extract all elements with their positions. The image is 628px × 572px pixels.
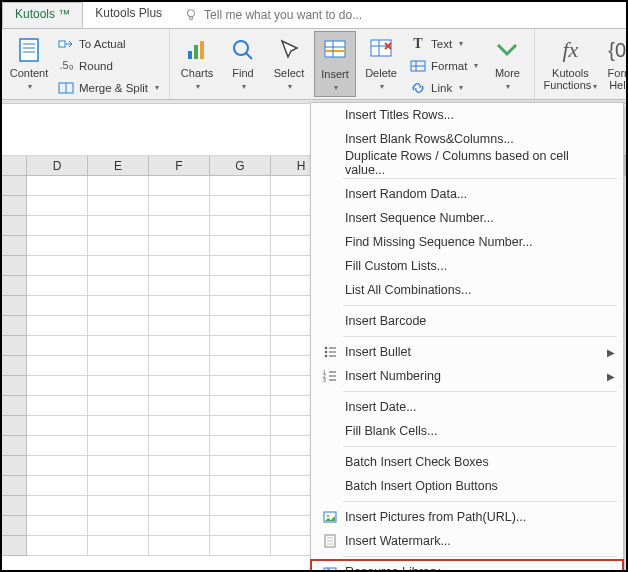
svg-line-13: [246, 53, 252, 59]
tab-bar: Kutools ™ Kutools Plus Tell me what you …: [2, 2, 626, 28]
select-icon: [276, 37, 302, 63]
menu-insert-watermark[interactable]: Insert Watermark...: [311, 529, 623, 553]
format-icon: [410, 58, 426, 74]
menu-separator: [343, 556, 617, 557]
to-actual-icon: [58, 36, 74, 52]
merge-icon: [58, 80, 74, 96]
svg-rect-10: [194, 45, 198, 59]
merge-split-button[interactable]: Merge & Split▾: [54, 77, 163, 98]
find-icon: [230, 37, 256, 63]
more-button[interactable]: More▾: [486, 31, 528, 97]
svg-rect-14: [325, 41, 345, 57]
content-button[interactable]: Content▾: [8, 31, 50, 97]
charts-icon: [184, 37, 210, 63]
menu-batch-insert-option-buttons[interactable]: Batch Insert Option Buttons: [311, 474, 623, 498]
menu-list-all-combinations[interactable]: List All Combinations...: [311, 278, 623, 302]
tell-me-text: Tell me what you want to do...: [204, 8, 362, 22]
svg-rect-18: [371, 40, 391, 56]
svg-rect-2: [20, 39, 38, 61]
col-F[interactable]: F: [149, 156, 210, 176]
content-icon: [18, 37, 40, 63]
group-formula: fx KutoolsFunctions▾ {0} FormHelp: [535, 29, 628, 99]
menu-insert-sequence-number[interactable]: Insert Sequence Number...: [311, 206, 623, 230]
insert-button[interactable]: Insert▾: [314, 31, 356, 97]
col-D[interactable]: D: [27, 156, 88, 176]
svg-rect-44: [324, 568, 328, 572]
insert-icon: [322, 38, 348, 64]
menu-separator: [343, 501, 617, 502]
col-G[interactable]: G: [210, 156, 271, 176]
charts-button[interactable]: Charts▾: [176, 31, 218, 97]
menu-duplicate-rows-cols[interactable]: Duplicate Rows / Columns based on cell v…: [311, 151, 623, 175]
functions-button[interactable]: fx KutoolsFunctions▾: [541, 31, 599, 97]
col-E[interactable]: E: [88, 156, 149, 176]
submenu-arrow-icon: ▶: [607, 347, 615, 358]
delete-button[interactable]: Delete▾: [360, 31, 402, 97]
menu-fill-custom-lists[interactable]: Fill Custom Lists...: [311, 254, 623, 278]
menu-insert-bullet[interactable]: Insert Bullet▶: [311, 340, 623, 364]
menu-separator: [343, 391, 617, 392]
svg-text:3: 3: [323, 377, 326, 383]
svg-rect-45: [329, 568, 336, 572]
corner-select[interactable]: [2, 156, 27, 176]
tell-me-box[interactable]: Tell me what you want to do...: [174, 2, 362, 28]
delete-icon: [368, 37, 394, 63]
library-icon: [319, 565, 341, 572]
svg-point-26: [325, 347, 327, 349]
svg-point-30: [325, 355, 327, 357]
menu-separator: [343, 446, 617, 447]
svg-point-39: [327, 515, 330, 518]
braces-icon: {0}: [608, 33, 628, 67]
link-button[interactable]: Link▾: [406, 77, 482, 98]
menu-separator: [343, 178, 617, 179]
menu-insert-blank-rows-cols[interactable]: Insert Blank Rows&Columns...: [311, 127, 623, 151]
menu-find-missing-sequence[interactable]: Find Missing Sequence Number...: [311, 230, 623, 254]
menu-resource-library[interactable]: Resource Library: [311, 560, 623, 572]
link-icon: [410, 80, 426, 96]
round-icon: .5₀: [58, 58, 74, 74]
tab-kutools-plus[interactable]: Kutools Plus: [83, 2, 174, 28]
svg-rect-1: [190, 17, 193, 20]
bulb-icon: [184, 8, 198, 22]
more-icon: [494, 37, 520, 63]
ribbon: Content▾ To Actual .5₀ Round Merge & Spl…: [2, 28, 626, 100]
menu-fill-blank-cells[interactable]: Fill Blank Cells...: [311, 419, 623, 443]
svg-point-12: [234, 41, 248, 55]
svg-rect-11: [200, 41, 204, 59]
menu-separator: [343, 305, 617, 306]
select-button[interactable]: Select▾: [268, 31, 310, 97]
text-icon: T: [410, 36, 426, 52]
menu-insert-date[interactable]: Insert Date...: [311, 395, 623, 419]
svg-rect-9: [188, 51, 192, 59]
picture-icon: [319, 510, 341, 524]
format-button[interactable]: Format▾: [406, 55, 482, 76]
numbered-list-icon: 123: [319, 369, 341, 383]
text-button[interactable]: T Text▾: [406, 33, 482, 54]
svg-point-0: [188, 10, 195, 17]
submenu-arrow-icon: ▶: [607, 371, 615, 382]
svg-point-28: [325, 351, 327, 353]
round-button[interactable]: .5₀ Round: [54, 55, 163, 76]
menu-batch-insert-checkboxes[interactable]: Batch Insert Check Boxes: [311, 450, 623, 474]
menu-insert-titles-rows[interactable]: Insert Titles Rows...: [311, 103, 623, 127]
formula-helper-button[interactable]: {0} FormHelp: [603, 31, 628, 97]
find-button[interactable]: Find▾: [222, 31, 264, 97]
svg-rect-6: [59, 41, 65, 47]
menu-insert-random-data[interactable]: Insert Random Data...: [311, 182, 623, 206]
insert-dropdown-menu: Insert Titles Rows... Insert Blank Rows&…: [310, 102, 624, 572]
menu-insert-pictures-from-path[interactable]: Insert Pictures from Path(URL)...: [311, 505, 623, 529]
group-range: Content▾ To Actual .5₀ Round Merge & Spl…: [2, 29, 170, 99]
tab-kutools[interactable]: Kutools ™: [2, 2, 83, 28]
group-editing: Charts▾ Find▾ Select▾ Insert▾ Delete▾ T …: [170, 29, 535, 99]
to-actual-button[interactable]: To Actual: [54, 33, 163, 54]
menu-insert-barcode[interactable]: Insert Barcode: [311, 309, 623, 333]
fx-icon: fx: [563, 37, 579, 63]
watermark-doc-icon: [319, 534, 341, 548]
menu-separator: [343, 336, 617, 337]
menu-insert-numbering[interactable]: 123 Insert Numbering▶: [311, 364, 623, 388]
bullet-list-icon: [319, 345, 341, 359]
